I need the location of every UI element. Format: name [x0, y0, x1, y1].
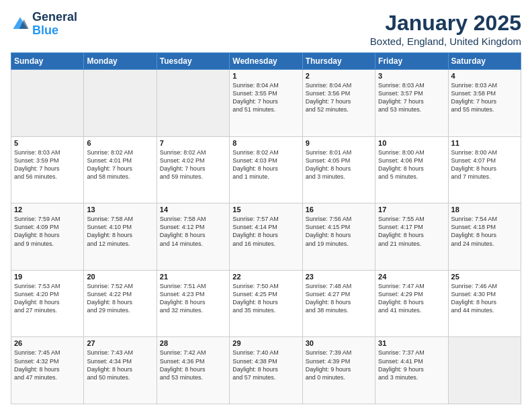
calendar-cell: 31Sunrise: 7:37 AMSunset: 4:41 PMDayligh… — [375, 337, 448, 404]
day-number: 17 — [378, 205, 445, 214]
day-header-wednesday: Wednesday — [230, 53, 302, 70]
page: General Blue January 2025 Boxted, Englan… — [0, 0, 532, 411]
day-number: 27 — [87, 339, 153, 347]
logo-text-blue: Blue — [32, 24, 77, 38]
calendar-cell: 17Sunrise: 7:55 AMSunset: 4:17 PMDayligh… — [375, 203, 448, 271]
day-number: 8 — [232, 139, 299, 147]
day-number: 19 — [14, 273, 81, 281]
week-row-3: 12Sunrise: 7:59 AMSunset: 4:09 PMDayligh… — [11, 203, 521, 271]
day-number: 1 — [232, 72, 299, 80]
calendar-cell: 7Sunrise: 8:02 AMSunset: 4:02 PMDaylight… — [157, 136, 229, 203]
day-info: Sunrise: 8:04 AMSunset: 3:56 PMDaylight:… — [306, 81, 372, 114]
day-number: 3 — [378, 72, 445, 80]
day-info: Sunrise: 7:54 AMSunset: 4:18 PMDaylight:… — [451, 215, 518, 248]
logo: General Blue — [11, 11, 77, 38]
day-info: Sunrise: 7:43 AMSunset: 4:34 PMDaylight:… — [87, 349, 153, 381]
logo-icon — [11, 15, 30, 34]
calendar-cell: 26Sunrise: 7:45 AMSunset: 4:32 PMDayligh… — [11, 337, 84, 404]
day-info: Sunrise: 7:59 AMSunset: 4:09 PMDaylight:… — [14, 215, 81, 248]
day-number: 24 — [378, 273, 445, 281]
day-header-friday: Friday — [375, 53, 448, 70]
day-info: Sunrise: 7:50 AMSunset: 4:25 PMDaylight:… — [232, 282, 299, 315]
day-number: 16 — [306, 205, 372, 214]
day-number: 2 — [306, 72, 372, 80]
day-info: Sunrise: 8:02 AMSunset: 4:02 PMDaylight:… — [160, 148, 226, 181]
day-info: Sunrise: 7:45 AMSunset: 4:32 PMDaylight:… — [14, 349, 81, 381]
day-info: Sunrise: 7:51 AMSunset: 4:23 PMDaylight:… — [160, 282, 226, 315]
day-info: Sunrise: 7:55 AMSunset: 4:17 PMDaylight:… — [378, 215, 445, 248]
day-number: 25 — [451, 273, 518, 281]
calendar-cell: 29Sunrise: 7:40 AMSunset: 4:38 PMDayligh… — [230, 337, 302, 404]
calendar-cell — [11, 70, 84, 137]
calendar-table: SundayMondayTuesdayWednesdayThursdayFrid… — [11, 52, 521, 404]
calendar-cell: 4Sunrise: 8:03 AMSunset: 3:58 PMDaylight… — [448, 70, 521, 137]
day-header-tuesday: Tuesday — [157, 53, 229, 70]
day-number: 14 — [160, 205, 226, 214]
calendar-cell: 18Sunrise: 7:54 AMSunset: 4:18 PMDayligh… — [448, 203, 521, 271]
day-number: 12 — [14, 205, 81, 214]
calendar-cell: 23Sunrise: 7:48 AMSunset: 4:27 PMDayligh… — [302, 270, 375, 337]
day-number: 21 — [160, 273, 226, 281]
calendar-cell — [157, 70, 229, 137]
day-info: Sunrise: 7:40 AMSunset: 4:38 PMDaylight:… — [232, 349, 299, 381]
calendar-cell — [84, 70, 157, 137]
day-info: Sunrise: 7:46 AMSunset: 4:30 PMDaylight:… — [451, 282, 518, 315]
day-number: 30 — [306, 339, 372, 347]
day-info: Sunrise: 7:47 AMSunset: 4:29 PMDaylight:… — [378, 282, 445, 315]
calendar-cell: 27Sunrise: 7:43 AMSunset: 4:34 PMDayligh… — [84, 337, 157, 404]
day-header-monday: Monday — [84, 53, 157, 70]
calendar-cell: 13Sunrise: 7:58 AMSunset: 4:10 PMDayligh… — [84, 203, 157, 271]
calendar-cell: 19Sunrise: 7:53 AMSunset: 4:20 PMDayligh… — [11, 270, 84, 337]
calendar-cell: 5Sunrise: 8:03 AMSunset: 3:59 PMDaylight… — [11, 136, 84, 203]
day-info: Sunrise: 8:03 AMSunset: 3:58 PMDaylight:… — [451, 81, 518, 114]
day-info: Sunrise: 8:00 AMSunset: 4:06 PMDaylight:… — [378, 148, 445, 181]
day-number: 31 — [378, 339, 445, 347]
day-number: 6 — [87, 139, 153, 147]
day-info: Sunrise: 7:37 AMSunset: 4:41 PMDaylight:… — [378, 349, 445, 381]
calendar-cell: 1Sunrise: 8:04 AMSunset: 3:55 PMDaylight… — [230, 70, 302, 137]
day-info: Sunrise: 8:02 AMSunset: 4:03 PMDaylight:… — [232, 148, 299, 181]
calendar-cell: 10Sunrise: 8:00 AMSunset: 4:06 PMDayligh… — [375, 136, 448, 203]
week-row-1: 1Sunrise: 8:04 AMSunset: 3:55 PMDaylight… — [11, 70, 521, 137]
week-row-2: 5Sunrise: 8:03 AMSunset: 3:59 PMDaylight… — [11, 136, 521, 203]
day-number: 9 — [306, 139, 372, 147]
day-info: Sunrise: 7:48 AMSunset: 4:27 PMDaylight:… — [306, 282, 372, 315]
day-number: 4 — [451, 72, 518, 80]
calendar-cell: 12Sunrise: 7:59 AMSunset: 4:09 PMDayligh… — [11, 203, 84, 271]
day-info: Sunrise: 7:39 AMSunset: 4:39 PMDaylight:… — [306, 349, 372, 381]
header: General Blue January 2025 Boxted, Englan… — [11, 11, 521, 47]
day-info: Sunrise: 7:42 AMSunset: 4:36 PMDaylight:… — [160, 349, 226, 381]
day-info: Sunrise: 7:56 AMSunset: 4:15 PMDaylight:… — [306, 215, 372, 248]
calendar-cell: 15Sunrise: 7:57 AMSunset: 4:14 PMDayligh… — [230, 203, 302, 271]
day-number: 26 — [14, 339, 81, 347]
day-header-thursday: Thursday — [302, 53, 375, 70]
day-number: 15 — [232, 205, 299, 214]
day-number: 23 — [306, 273, 372, 281]
calendar-cell: 16Sunrise: 7:56 AMSunset: 4:15 PMDayligh… — [302, 203, 375, 271]
day-number: 13 — [87, 205, 153, 214]
calendar-cell: 25Sunrise: 7:46 AMSunset: 4:30 PMDayligh… — [448, 270, 521, 337]
calendar-cell: 28Sunrise: 7:42 AMSunset: 4:36 PMDayligh… — [157, 337, 229, 404]
day-info: Sunrise: 8:01 AMSunset: 4:05 PMDaylight:… — [306, 148, 372, 181]
day-info: Sunrise: 7:58 AMSunset: 4:12 PMDaylight:… — [160, 215, 226, 248]
title-block: January 2025 Boxted, England, United Kin… — [370, 11, 521, 47]
day-info: Sunrise: 8:03 AMSunset: 3:59 PMDaylight:… — [14, 148, 81, 181]
day-number: 29 — [232, 339, 299, 347]
calendar-cell: 8Sunrise: 8:02 AMSunset: 4:03 PMDaylight… — [230, 136, 302, 203]
day-info: Sunrise: 8:03 AMSunset: 3:57 PMDaylight:… — [378, 81, 445, 114]
calendar-cell: 22Sunrise: 7:50 AMSunset: 4:25 PMDayligh… — [230, 270, 302, 337]
day-info: Sunrise: 7:52 AMSunset: 4:22 PMDaylight:… — [87, 282, 153, 315]
week-row-4: 19Sunrise: 7:53 AMSunset: 4:20 PMDayligh… — [11, 270, 521, 337]
main-title: January 2025 — [370, 11, 521, 36]
calendar-cell: 24Sunrise: 7:47 AMSunset: 4:29 PMDayligh… — [375, 270, 448, 337]
day-info: Sunrise: 8:02 AMSunset: 4:01 PMDaylight:… — [87, 148, 153, 181]
day-number: 5 — [14, 139, 81, 147]
calendar-header-row: SundayMondayTuesdayWednesdayThursdayFrid… — [11, 53, 521, 70]
day-number: 7 — [160, 139, 226, 147]
calendar-cell: 21Sunrise: 7:51 AMSunset: 4:23 PMDayligh… — [157, 270, 229, 337]
calendar-cell — [448, 337, 521, 404]
day-number: 28 — [160, 339, 226, 347]
day-number: 20 — [87, 273, 153, 281]
day-number: 11 — [451, 139, 518, 147]
calendar-cell: 3Sunrise: 8:03 AMSunset: 3:57 PMDaylight… — [375, 70, 448, 137]
